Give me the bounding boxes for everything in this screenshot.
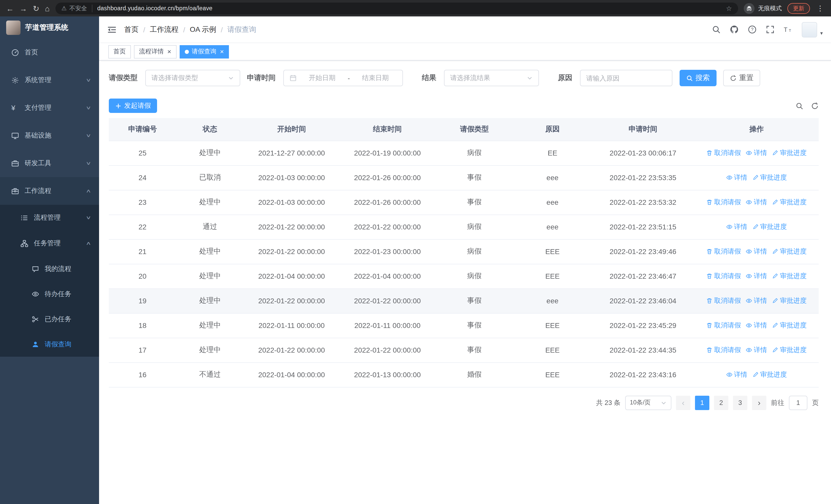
breadcrumb-item[interactable]: 工作流程: [150, 25, 179, 34]
app-title: 芋道管理系统: [25, 23, 68, 32]
page-size-select[interactable]: 10条/页: [625, 395, 671, 410]
sidebar-item-task-management[interactable]: 任务管理 ∧: [0, 231, 99, 256]
progress-action-link[interactable]: 审批进度: [772, 198, 807, 207]
filter-form: 请假类型 请选择请假类型 申请时间 开始日期 - 结束日期: [109, 70, 819, 86]
toggle-search-icon[interactable]: [796, 102, 803, 110]
page-unit: 页: [812, 398, 819, 407]
progress-action-link[interactable]: 审批进度: [772, 247, 807, 256]
sidebar-item-payment[interactable]: ¥ 支付管理 ∨: [0, 94, 99, 122]
cancel-action-link[interactable]: 取消请假: [707, 296, 741, 305]
tab-leave-query[interactable]: 请假查询×: [179, 45, 229, 58]
sidebar-item-todo-tasks[interactable]: 待办任务: [0, 281, 99, 306]
security-status[interactable]: ⚠不安全: [61, 4, 93, 12]
apply-time-range-picker[interactable]: 开始日期 - 结束日期: [283, 70, 403, 86]
detail-action-link[interactable]: 详情: [746, 296, 767, 305]
progress-action-link[interactable]: 审批进度: [752, 370, 787, 379]
reason-input[interactable]: [586, 74, 666, 82]
bookmark-star-icon[interactable]: ☆: [726, 4, 732, 12]
cancel-action-link[interactable]: 取消请假: [707, 247, 741, 256]
cell-actions: 详情审批进度: [694, 165, 819, 190]
prev-page-button[interactable]: ‹: [676, 395, 690, 410]
sidebar-item-my-process[interactable]: 我的流程: [0, 256, 99, 281]
cell-apply_time: 2022-01-22 23:46:04: [592, 289, 694, 313]
browser-menu-icon[interactable]: ⋮: [815, 4, 825, 12]
cell-reason: eee: [514, 165, 592, 190]
sidebar-item-workflow[interactable]: 工作流程 ∧: [0, 177, 99, 205]
column-header: 请假类型: [435, 118, 513, 141]
detail-action-link[interactable]: 详情: [726, 370, 747, 379]
progress-action-link[interactable]: 审批进度: [772, 296, 807, 305]
detail-action-link[interactable]: 详情: [746, 271, 767, 281]
cell-apply_time: 2022-01-22 23:53:32: [592, 190, 694, 214]
progress-action-link[interactable]: 审批进度: [772, 321, 807, 330]
detail-action-link[interactable]: 详情: [746, 346, 767, 355]
cell-reason: EEE: [514, 313, 592, 338]
sidebar-item-process-management[interactable]: 流程管理 ∨: [0, 205, 99, 231]
progress-action-link[interactable]: 审批进度: [752, 222, 787, 232]
detail-action-link[interactable]: 详情: [746, 321, 767, 330]
detail-action-link[interactable]: 详情: [726, 173, 747, 182]
sidebar-item-dev-tools[interactable]: 研发工具 ∨: [0, 149, 99, 177]
reset-button[interactable]: 重置: [723, 70, 760, 86]
page-button-1[interactable]: 1: [695, 395, 709, 410]
sidebar-item-infrastructure[interactable]: 基础设施 ∨: [0, 122, 99, 149]
search-icon[interactable]: [712, 25, 721, 34]
user-avatar[interactable]: [802, 22, 817, 37]
create-leave-button[interactable]: 发起请假: [109, 98, 157, 113]
cell-reason: eee: [514, 289, 592, 313]
sidebar-item-done-tasks[interactable]: 已办任务: [0, 306, 99, 331]
browser-update-button[interactable]: 更新: [787, 3, 810, 13]
reload-icon[interactable]: ↻: [33, 4, 39, 12]
cancel-action-link[interactable]: 取消请假: [707, 321, 741, 330]
progress-action-link[interactable]: 审批进度: [772, 148, 807, 157]
delete-icon: [707, 298, 713, 304]
table-row: 18处理中2022-01-11 00:00:002022-01-11 00:00…: [109, 313, 819, 338]
refresh-table-icon[interactable]: [811, 102, 819, 110]
detail-action-link[interactable]: 详情: [746, 247, 767, 256]
result-select[interactable]: 请选择流结果: [444, 70, 539, 86]
next-page-button[interactable]: ›: [752, 395, 766, 410]
edit-icon: [772, 322, 778, 328]
search-button[interactable]: 搜索: [680, 70, 717, 86]
close-icon[interactable]: ×: [167, 48, 171, 55]
sidebar-collapse-icon[interactable]: [107, 25, 116, 34]
cell-apply_time: 2022-01-22 23:46:47: [592, 264, 694, 289]
cancel-action-link[interactable]: 取消请假: [707, 198, 741, 207]
help-icon[interactable]: ?: [748, 25, 756, 34]
breadcrumb-item[interactable]: OA 示例: [190, 25, 216, 34]
svg-text:T: T: [789, 28, 791, 33]
column-header: 开始时间: [244, 118, 340, 141]
forward-icon[interactable]: →: [20, 4, 27, 12]
progress-action-link[interactable]: 审批进度: [752, 173, 787, 182]
sidebar-item-leave-query[interactable]: 请假查询: [0, 331, 99, 357]
tab-process-detail[interactable]: 流程详情×: [134, 45, 176, 58]
back-icon[interactable]: ←: [6, 4, 14, 12]
page-button-2[interactable]: 2: [714, 395, 728, 410]
goto-page-input[interactable]: [789, 395, 807, 410]
close-icon[interactable]: ×: [220, 48, 224, 55]
home-icon[interactable]: ⌂: [45, 4, 50, 12]
breadcrumb-item[interactable]: 首页: [124, 25, 139, 34]
tab-home[interactable]: 首页: [108, 45, 131, 58]
leave-type-select[interactable]: 请选择请假类型: [145, 70, 240, 86]
app-logo[interactable]: 芋道管理系统: [0, 17, 99, 38]
breadcrumb: 首页 / 工作流程 / OA 示例 / 请假查询: [124, 25, 256, 34]
page-button-3[interactable]: 3: [733, 395, 747, 410]
sidebar-item-system[interactable]: 系统管理 ∨: [0, 66, 99, 94]
github-icon[interactable]: [730, 25, 739, 34]
caret-down-icon[interactable]: ▾: [820, 30, 823, 37]
edit-icon: [752, 175, 758, 181]
progress-action-link[interactable]: 审批进度: [772, 271, 807, 281]
detail-action-link[interactable]: 详情: [726, 222, 747, 232]
font-size-icon[interactable]: TT: [784, 25, 793, 34]
detail-action-link[interactable]: 详情: [746, 198, 767, 207]
sidebar-item-home[interactable]: 首页: [0, 38, 99, 66]
address-bar[interactable]: ⚠不安全 dashboard.yudao.iocoder.cn/bpm/oa/l…: [55, 2, 738, 14]
cancel-action-link[interactable]: 取消请假: [707, 271, 741, 281]
detail-action-link[interactable]: 详情: [746, 148, 767, 157]
progress-action-link[interactable]: 审批进度: [772, 346, 807, 355]
table-header-row: 申请编号状态开始时间结束时间请假类型原因申请时间操作: [109, 118, 819, 141]
fullscreen-icon[interactable]: [766, 25, 775, 34]
cancel-action-link[interactable]: 取消请假: [707, 346, 741, 355]
cancel-action-link[interactable]: 取消请假: [707, 148, 741, 157]
